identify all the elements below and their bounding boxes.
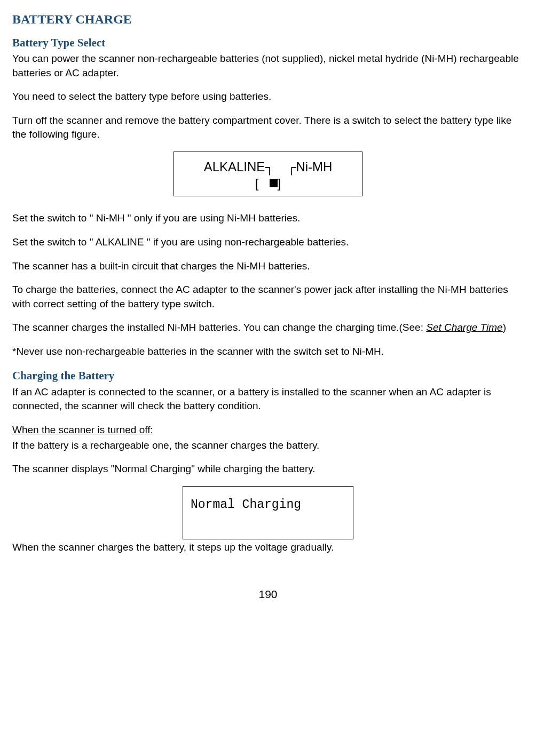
body-text: The scanner has a built-in circuit that … — [12, 259, 524, 274]
section-heading-battery-type: Battery Type Select — [12, 35, 524, 51]
sub-heading-underline: When the scanner is turned off: — [12, 424, 153, 435]
body-text: If the battery is a rechargeable one, th… — [12, 439, 524, 453]
body-text: When the scanner charges the battery, it… — [12, 540, 524, 555]
body-text: You need to select the battery type befo… — [12, 90, 524, 104]
page-number: 190 — [12, 586, 524, 602]
switch-label-nimh: ┌Ni-MH — [287, 158, 332, 175]
body-text: The scanner displays "Normal Charging" w… — [12, 462, 524, 476]
switch-label-alkaline: ALKALINE┐ — [204, 158, 274, 175]
body-text: You can power the scanner non-rechargeab… — [12, 52, 524, 80]
section-heading-charging: Charging the Battery — [12, 368, 524, 384]
page-title: BATTERY CHARGE — [12, 11, 524, 29]
body-text: To charge the batteries, connect the AC … — [12, 283, 524, 311]
body-text: If an AC adapter is connected to the sca… — [12, 385, 524, 413]
set-charge-time-link[interactable]: Set Charge Time — [426, 322, 502, 333]
battery-switch-diagram: ALKALINE┐ ┌Ni-MH [ ] — [174, 152, 362, 196]
body-text: Set the switch to " ALKALINE " if you ar… — [12, 235, 524, 250]
lcd-text: Normal Charging — [191, 498, 301, 512]
body-text: *Never use non-rechargeable batteries in… — [12, 345, 524, 359]
body-text: Turn off the scanner and remove the batt… — [12, 114, 524, 142]
switch-position-icon — [270, 179, 278, 187]
body-text: Set the switch to " Ni-MH " only if you … — [12, 211, 524, 226]
switch-slider: [ ] — [183, 175, 353, 192]
body-text: The scanner charges the installed Ni-MH … — [12, 321, 524, 335]
lcd-display-diagram: Normal Charging — [183, 486, 353, 539]
